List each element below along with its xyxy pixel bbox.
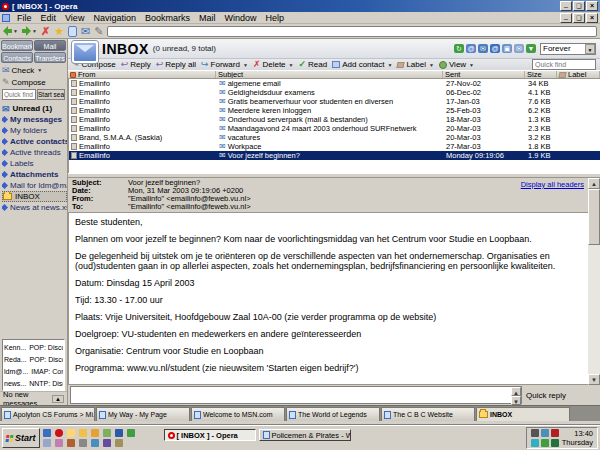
scrollbar-thumb[interactable] (588, 189, 600, 245)
menu-bookmarks[interactable]: Bookmarks (141, 13, 194, 23)
message-row[interactable]: Emailinfo ✉Maandagavond 24 maart 2003 on… (69, 124, 600, 133)
column-label[interactable]: Label (557, 71, 600, 78)
get-mail-icon[interactable]: ↻ (454, 44, 464, 53)
message-row[interactable]: Emailinfo ✉Workpace 27-Mar-03 1.8 KB (69, 142, 600, 151)
page-tab[interactable]: Apolyton CS Forums > Mi... (1, 407, 95, 421)
quicklaunch-icon[interactable] (115, 439, 123, 447)
quicklaunch-word-icon[interactable] (115, 429, 123, 437)
forward-button[interactable]: ▼ (22, 25, 37, 38)
view-button[interactable]: View▼ (439, 60, 474, 69)
panel-tab-transfers[interactable]: Transfers (34, 52, 66, 63)
quicklaunch-opera-icon[interactable] (55, 429, 63, 437)
restore-button[interactable] (573, 1, 585, 11)
scroll-up-icon[interactable]: ▲ (511, 387, 521, 396)
tray-icon[interactable] (551, 439, 559, 447)
taskbar-task-opera[interactable]: [ INBOX ] - Opera (164, 429, 256, 441)
page-tab[interactable]: My Way - My Page (96, 407, 190, 421)
panel-tab-bookmarks[interactable]: Bookmarks (1, 40, 33, 51)
tree-item-mail-account[interactable]: Mail for ldm@mail.f... (2, 180, 67, 191)
column-sent[interactable]: Sent (443, 71, 525, 78)
add-contact-button[interactable]: Add contact▼ (332, 60, 392, 69)
quicklaunch-folder-icon[interactable] (91, 429, 99, 437)
taskbar-task[interactable]: Policemen & Pirates - Wi... (259, 429, 351, 441)
quicklaunch-folder-icon[interactable] (79, 429, 87, 437)
menu-edit[interactable]: Edit (37, 13, 61, 23)
tray-icon[interactable] (531, 439, 539, 447)
message-row[interactable]: Emailinfo ✉Onderhoud serverpark (mail & … (69, 115, 600, 124)
transfer-row[interactable]: ldm@...IMAP: Connec... (4, 365, 63, 377)
reply-button[interactable]: ↩Reply (121, 60, 151, 69)
column-subject[interactable]: Subject (216, 71, 443, 78)
child-close-button[interactable] (586, 13, 598, 23)
address-field[interactable] (107, 26, 597, 37)
mail-envelope-icon[interactable]: ✉ (81, 25, 90, 38)
panel-tab-contacts[interactable]: Contacts (1, 52, 33, 63)
quicklaunch-icon[interactable] (91, 439, 99, 447)
compose-pencil-icon[interactable]: ✎ (94, 25, 103, 38)
transfer-row[interactable]: Reda...POP: Disconne... (4, 353, 63, 365)
quicklaunch-excel-icon[interactable] (127, 429, 135, 437)
view-address-icon[interactable]: @ (490, 44, 500, 53)
message-row-selected[interactable]: Emailinfo ✉Voor jezelf beginnen? Monday … (69, 151, 600, 160)
sidebar-compose-button[interactable]: ✎ Compose (0, 76, 67, 88)
message-row[interactable]: Emailinfo ✉algemene email 27-Nov-02 34 K… (69, 79, 600, 88)
quicklaunch-icon[interactable] (55, 439, 63, 447)
column-from[interactable]: From (68, 71, 216, 78)
message-scrollbar[interactable]: ▲ ▼ (588, 178, 600, 385)
start-search-button[interactable]: Start search (37, 89, 65, 100)
page-tab-active[interactable]: INBOX (476, 407, 570, 421)
bookmark-star-icon[interactable]: ★ (54, 25, 64, 38)
message-row[interactable]: Emailinfo ✉Geldigheidsduur examens 06-De… (69, 88, 600, 97)
transfer-row[interactable]: news...NNTP: Disconn... (4, 377, 63, 389)
reply-all-button[interactable]: ↩Reply all (156, 60, 196, 69)
quicklaunch-icon[interactable] (43, 439, 51, 447)
panel-tab-mail[interactable]: Mail (34, 40, 66, 51)
quicklaunch-icon[interactable] (103, 439, 111, 447)
view-message-icon[interactable]: ✉ (478, 44, 488, 53)
scroll-down-icon[interactable]: ▼ (588, 374, 600, 385)
child-restore-button[interactable] (573, 13, 585, 23)
scroll-down-icon[interactable]: ▼ (511, 396, 521, 405)
scroll-up-icon[interactable]: ▲ (588, 178, 600, 189)
message-row[interactable]: Emailinfo ✉Gratis beamerverhuur voor stu… (69, 97, 600, 106)
message-row[interactable]: Emailinfo ✉Meerdere keren inloggen 25-Fe… (69, 106, 600, 115)
check-mail-button[interactable]: ✉ Check▼ (0, 64, 67, 76)
back-button[interactable]: ▼ (3, 25, 18, 38)
close-button[interactable] (586, 1, 598, 11)
stop-mail-icon[interactable]: @ (466, 44, 476, 53)
minimize-button[interactable] (560, 1, 572, 11)
menu-file[interactable]: File (13, 13, 36, 23)
tray-icon[interactable] (531, 429, 539, 437)
quicklaunch-icon[interactable] (43, 429, 51, 437)
quicklaunch-icon[interactable] (67, 439, 75, 447)
tray-icon[interactable] (541, 439, 549, 447)
tree-item-news-account[interactable]: News at news.xs4... (2, 202, 67, 213)
page-icon[interactable] (68, 25, 77, 38)
tree-item-unread[interactable]: ✉Unread (1) (2, 103, 67, 114)
tree-item-active-threads[interactable]: Active threads (2, 147, 67, 158)
mail-quick-find-input[interactable] (532, 59, 596, 70)
view-window-icon[interactable]: ▣ (502, 44, 512, 53)
menu-window[interactable]: Window (220, 13, 260, 23)
tree-item-labels[interactable]: Labels (2, 158, 67, 169)
label-button[interactable]: Label▼ (397, 60, 434, 69)
menu-view[interactable]: View (61, 13, 88, 23)
tree-item-active-contacts[interactable]: Active contacts (2, 136, 67, 147)
quicklaunch-folder-icon[interactable] (67, 429, 75, 437)
keep-messages-dropdown[interactable]: Forever ▼ (540, 43, 596, 55)
start-button[interactable]: Start (2, 428, 40, 448)
collapse-chevron-icon[interactable]: ▲ (52, 395, 64, 403)
tray-icon[interactable] (541, 429, 549, 437)
page-tab[interactable]: Welcome to MSN.com (191, 407, 285, 421)
quicklaunch-icon[interactable] (103, 429, 111, 437)
sidebar-quick-find-input[interactable] (2, 89, 36, 100)
message-row[interactable]: Brand, S.M.A.A. (Saskia) ✉vacatures 20-M… (69, 133, 600, 142)
tray-icon[interactable] (551, 429, 559, 437)
display-all-headers-link[interactable]: Display all headers (521, 180, 584, 189)
tree-item-attachments[interactable]: Attachments (2, 169, 67, 180)
download-icon[interactable]: ▼ (526, 44, 536, 53)
tree-item-my-folders[interactable]: My folders (2, 125, 67, 136)
quick-reply-input[interactable]: ▲▼ (70, 386, 522, 404)
tree-item-inbox[interactable]: INBOX (2, 191, 67, 202)
column-size[interactable]: Size (525, 71, 557, 78)
